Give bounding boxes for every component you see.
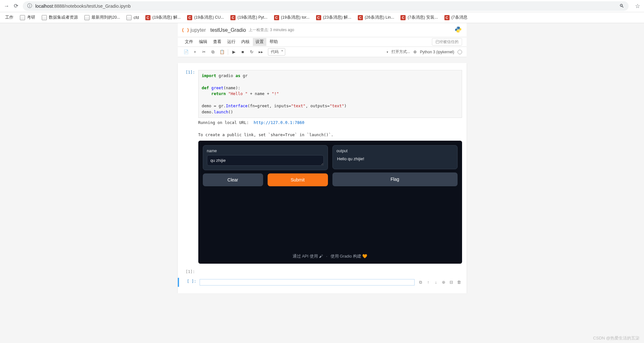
menu-item[interactable]: 帮助	[267, 38, 280, 46]
paste-icon[interactable]: 📋	[218, 48, 226, 56]
folder-icon	[42, 15, 47, 20]
copy-icon[interactable]: ⧉	[209, 48, 217, 56]
search-in-url-icon[interactable]: 🔍︎	[619, 3, 624, 9]
bookmark-label: 数据集或者资源	[49, 15, 78, 20]
jupyter-toolbar: 📄 + ✂ ⧉ 📋 ▶ ■ ↻ ▸▸ 代码 ▾ 打开方式... ⚙ Python…	[178, 47, 467, 57]
bookmark-label: (19条消息) Pyt...	[237, 15, 267, 20]
flag-button[interactable]: Flag	[332, 172, 458, 186]
bookmark-label: (19条消息) CU...	[194, 15, 224, 20]
jupyter-logo: jupyter	[182, 27, 206, 33]
local-url-link[interactable]: http://127.0.0.1:7860	[254, 120, 305, 125]
bookmark-item[interactable]: C(7条消息) 安装...	[398, 13, 440, 22]
input-prompt: [ ]:	[182, 279, 200, 286]
bookmark-label: 考研	[27, 15, 35, 20]
python-logo	[454, 26, 462, 34]
code-input[interactable]: import gradio as gr def greet(name): ret…	[198, 70, 462, 118]
menu-item[interactable]: 运行	[225, 38, 238, 46]
bookmark-item[interactable]: C(19条消息) Pyt...	[228, 13, 270, 22]
output-label: output	[337, 149, 453, 153]
bookmark-item[interactable]: C(19条消息) tor...	[271, 13, 312, 22]
move-down-icon[interactable]: ↓	[433, 280, 439, 285]
code-cell[interactable]: [1]: import gradio as gr def greet(name)…	[178, 69, 467, 265]
bookmark-label: (26条消息) Lin...	[365, 15, 394, 20]
menu-item[interactable]: 设置	[253, 38, 266, 46]
run-all-icon[interactable]: ▸▸	[257, 48, 265, 56]
menu-item[interactable]: 查看	[210, 38, 224, 46]
trusted-indicator[interactable]: 已经被信任的	[432, 38, 462, 46]
url-text: localhost:8888/notebooks/testUse_Gradio.…	[35, 4, 616, 9]
submit-button[interactable]: Submit	[268, 173, 328, 186]
bookmark-item[interactable]: 工作	[3, 13, 16, 22]
jupyter-logo-icon	[182, 27, 189, 33]
checkpoint-text: 上一检查点: 3 minutes ago	[249, 27, 294, 33]
empty-code-cell[interactable]: [ ]: ⧉ ↑ ↓ ⊕ ⊟ 🗑	[178, 278, 467, 287]
folder-icon	[84, 15, 90, 20]
gradio-output-frame: name Clear Submit output Hello qu	[198, 141, 462, 264]
save-icon[interactable]: 📄	[182, 48, 190, 56]
cell-output-text: Running on local URL: http://127.0.0.1:7…	[198, 118, 462, 140]
notebook-body: [1]: import gradio as gr def greet(name)…	[178, 63, 467, 293]
output-prompt-row: [1]:	[178, 268, 467, 275]
code-input[interactable]	[200, 279, 415, 286]
bookmark-item[interactable]: C(19条消息) 解...	[143, 13, 183, 22]
gradio-footer: 通过 API 使用 🖌 · 使用 Gradio 构建 🧡	[203, 247, 458, 259]
bookmark-label: (23条消息) 解...	[323, 15, 351, 20]
bookmark-label: (7条消息	[451, 15, 468, 20]
insert-below-icon[interactable]: ⊟	[449, 280, 454, 285]
bookmark-label: 工作	[5, 15, 13, 20]
gradio-input-box: name	[203, 145, 328, 170]
bookmark-item[interactable]: 数据集或者资源	[39, 13, 81, 22]
output-prompt: [1]:	[180, 269, 198, 274]
cell-toolbar: ⧉ ↑ ↓ ⊕ ⊟ 🗑	[415, 280, 462, 285]
csdn-icon: C	[230, 15, 236, 20]
jupyter-menubar: 文件编辑查看运行内核设置帮助已经被信任的	[178, 37, 467, 47]
run-icon[interactable]: ▶	[230, 48, 238, 56]
bookmark-label: cfd	[133, 15, 139, 20]
insert-cell-icon[interactable]: +	[191, 48, 199, 56]
forward-icon[interactable]: →	[4, 3, 9, 9]
menu-item[interactable]: 编辑	[196, 38, 210, 46]
notebook-title[interactable]: testUse_Gradio	[210, 27, 246, 33]
address-bar[interactable]: ⓘ localhost:8888/notebooks/testUse_Gradi…	[23, 1, 629, 11]
bookmarks-bar: 工作考研数据集或者资源最新用到的20...cfdC(19条消息) 解...C(1…	[0, 12, 644, 23]
settings-icon[interactable]: ⚙	[413, 50, 417, 54]
csdn-icon: C	[444, 15, 450, 20]
csdn-icon: C	[316, 15, 321, 20]
bookmark-label: (7条消息) 安装...	[408, 15, 438, 20]
csdn-icon: C	[145, 15, 150, 20]
delete-icon[interactable]: 🗑	[456, 280, 462, 285]
site-info-icon[interactable]: ⓘ	[27, 3, 32, 9]
gradio-output-box: output Hello qu zhijie!	[332, 145, 458, 169]
menu-item[interactable]: 内核	[239, 38, 252, 46]
cell-type-select[interactable]: 代码	[268, 48, 285, 56]
browser-toolbar: → ⟳ ⓘ localhost:8888/notebooks/testUse_G…	[0, 0, 644, 12]
csdn-icon: C	[358, 15, 363, 20]
output-text: Hello qu zhijie!	[337, 155, 453, 166]
restart-icon[interactable]: ↻	[248, 48, 256, 56]
bookmark-star-icon[interactable]: ☆	[635, 3, 640, 10]
bookmark-item[interactable]: C(19条消息) CU...	[185, 13, 227, 22]
clear-button[interactable]: Clear	[203, 173, 263, 186]
bookmark-item[interactable]: C(26条消息) Lin...	[355, 13, 397, 22]
cut-icon[interactable]: ✂	[200, 48, 208, 56]
bookmark-item[interactable]: 最新用到的20...	[82, 13, 123, 22]
bookmark-item[interactable]: C(7条消息	[442, 13, 470, 22]
api-link[interactable]: 通过 API 使用 🖌	[293, 254, 323, 259]
stop-icon[interactable]: ■	[239, 48, 247, 56]
duplicate-icon[interactable]: ⧉	[418, 280, 424, 285]
menu-item[interactable]: 文件	[182, 38, 196, 46]
move-up-icon[interactable]: ↑	[425, 280, 431, 285]
input-label: name	[207, 149, 324, 153]
kernel-name[interactable]: Python 3 (ipykernel)	[420, 50, 454, 54]
folder-icon	[126, 15, 132, 20]
reload-icon[interactable]: ⟳	[14, 3, 18, 9]
bookmark-item[interactable]: cfd	[124, 14, 142, 22]
name-input[interactable]	[207, 155, 324, 166]
built-with-link[interactable]: 使用 Gradio 构建 🧡	[331, 254, 368, 259]
insert-above-icon[interactable]: ⊕	[441, 280, 447, 285]
jupyter-header: jupyter testUse_Gradio 上一检查点: 3 minutes …	[178, 23, 467, 37]
bookmark-item[interactable]: C(23条消息) 解...	[313, 13, 354, 22]
bookmark-item[interactable]: 考研	[17, 13, 38, 22]
bookmark-label: (19条消息) 解...	[152, 15, 181, 20]
open-mode[interactable]: 打开方式...	[391, 49, 410, 55]
